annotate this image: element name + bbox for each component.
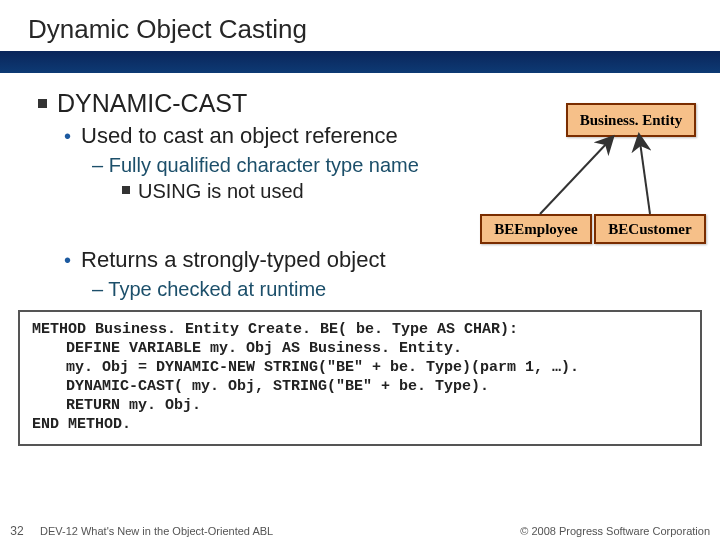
bullet-square-icon (38, 99, 47, 108)
code-line: DYNAMIC-CAST( my. Obj, STRING("BE" + be.… (32, 377, 688, 396)
code-line: END METHOD. (32, 415, 688, 434)
session-label: DEV-12 What's New in the Object-Oriented… (40, 525, 273, 537)
bullet-dash2: – Type checked at runtime (92, 276, 682, 302)
header-band (0, 51, 720, 73)
code-line: RETURN my. Obj. (32, 396, 688, 415)
diagram-box-business-entity: Business. Entity (566, 103, 696, 137)
bullet-sub1: Used to cast an object reference (81, 122, 398, 150)
bullet-main: DYNAMIC-CAST (57, 89, 247, 118)
slide-title: Dynamic Object Casting (28, 14, 692, 45)
code-line: my. Obj = DYNAMIC-NEW STRING("BE" + be. … (32, 358, 688, 377)
diagram-box-becustomer: BECustomer (594, 214, 706, 244)
title-bar: Dynamic Object Casting (0, 0, 720, 51)
code-block: METHOD Business. Entity Create. BE( be. … (18, 310, 702, 446)
diagram-box-beemployee: BEEmployee (480, 214, 592, 244)
bullet-dash1: – Fully qualified character type name (92, 152, 682, 178)
bullet-dot-icon: • (64, 246, 71, 274)
bullet-inner1: USING is not used (138, 178, 304, 204)
code-line: METHOD Business. Entity Create. BE( be. … (32, 320, 688, 339)
copyright: © 2008 Progress Software Corporation (520, 525, 710, 537)
footer: 32 DEV-12 What's New in the Object-Orien… (0, 524, 720, 538)
code-line: DEFINE VARIABLE my. Obj AS Business. Ent… (32, 339, 688, 358)
bullet-square-icon (122, 186, 130, 194)
bullet-dot-icon: • (64, 122, 71, 150)
page-number: 32 (6, 524, 28, 538)
bullet-sub2: Returns a strongly-typed object (81, 246, 386, 274)
